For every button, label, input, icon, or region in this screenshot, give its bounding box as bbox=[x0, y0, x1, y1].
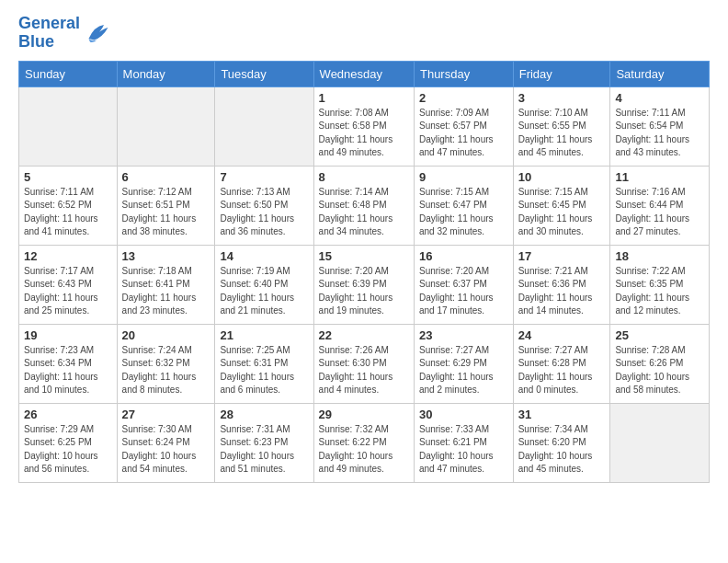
calendar-cell: 31Sunrise: 7:34 AM Sunset: 6:20 PM Dayli… bbox=[513, 403, 610, 482]
logo-bird-icon bbox=[82, 19, 109, 47]
calendar-cell: 21Sunrise: 7:25 AM Sunset: 6:31 PM Dayli… bbox=[215, 324, 313, 403]
day-info: Sunrise: 7:27 AM Sunset: 6:29 PM Dayligh… bbox=[419, 344, 508, 397]
calendar-cell: 15Sunrise: 7:20 AM Sunset: 6:39 PM Dayli… bbox=[313, 245, 414, 324]
calendar-cell: 23Sunrise: 7:27 AM Sunset: 6:29 PM Dayli… bbox=[414, 324, 513, 403]
day-info: Sunrise: 7:20 AM Sunset: 6:37 PM Dayligh… bbox=[419, 265, 508, 318]
calendar-cell bbox=[19, 86, 118, 166]
calendar-cell bbox=[215, 86, 313, 166]
weekday-header-thursday: Thursday bbox=[414, 61, 513, 86]
day-number: 29 bbox=[319, 408, 409, 421]
calendar-cell: 27Sunrise: 7:30 AM Sunset: 6:24 PM Dayli… bbox=[117, 403, 215, 482]
calendar-cell: 25Sunrise: 7:28 AM Sunset: 6:26 PM Dayli… bbox=[610, 324, 710, 403]
calendar-cell: 1Sunrise: 7:08 AM Sunset: 6:58 PM Daylig… bbox=[313, 86, 414, 166]
day-info: Sunrise: 7:15 AM Sunset: 6:45 PM Dayligh… bbox=[518, 186, 606, 239]
calendar-cell: 7Sunrise: 7:13 AM Sunset: 6:50 PM Daylig… bbox=[215, 166, 313, 245]
day-number: 8 bbox=[319, 170, 409, 184]
calendar-cell: 14Sunrise: 7:19 AM Sunset: 6:40 PM Dayli… bbox=[215, 245, 313, 324]
day-number: 12 bbox=[24, 249, 112, 263]
logo-general: General bbox=[18, 14, 80, 32]
day-number: 6 bbox=[122, 170, 210, 184]
day-info: Sunrise: 7:33 AM Sunset: 6:21 PM Dayligh… bbox=[419, 423, 508, 477]
day-info: Sunrise: 7:20 AM Sunset: 6:39 PM Dayligh… bbox=[319, 265, 409, 318]
day-number: 2 bbox=[419, 91, 508, 105]
week-row-1: 5Sunrise: 7:11 AM Sunset: 6:52 PM Daylig… bbox=[19, 166, 710, 245]
week-row-3: 19Sunrise: 7:23 AM Sunset: 6:34 PM Dayli… bbox=[19, 324, 710, 403]
day-number: 19 bbox=[24, 328, 112, 342]
day-info: Sunrise: 7:26 AM Sunset: 6:30 PM Dayligh… bbox=[319, 344, 409, 397]
day-number: 3 bbox=[518, 91, 606, 105]
calendar-cell: 11Sunrise: 7:16 AM Sunset: 6:44 PM Dayli… bbox=[610, 166, 710, 245]
day-info: Sunrise: 7:28 AM Sunset: 6:26 PM Dayligh… bbox=[615, 344, 704, 397]
calendar-cell: 12Sunrise: 7:17 AM Sunset: 6:43 PM Dayli… bbox=[19, 245, 118, 324]
day-number: 16 bbox=[419, 249, 508, 263]
day-number: 22 bbox=[319, 328, 409, 342]
logo-blue-text: Blue bbox=[18, 32, 54, 51]
week-row-0: 1Sunrise: 7:08 AM Sunset: 6:58 PM Daylig… bbox=[19, 86, 710, 166]
day-info: Sunrise: 7:17 AM Sunset: 6:43 PM Dayligh… bbox=[24, 265, 112, 318]
day-number: 15 bbox=[319, 249, 409, 263]
calendar-cell: 28Sunrise: 7:31 AM Sunset: 6:23 PM Dayli… bbox=[215, 403, 313, 482]
weekday-header-saturday: Saturday bbox=[610, 61, 710, 86]
day-info: Sunrise: 7:34 AM Sunset: 6:20 PM Dayligh… bbox=[518, 423, 606, 477]
day-number: 1 bbox=[319, 91, 409, 105]
day-info: Sunrise: 7:19 AM Sunset: 6:40 PM Dayligh… bbox=[220, 265, 308, 318]
day-info: Sunrise: 7:12 AM Sunset: 6:51 PM Dayligh… bbox=[122, 186, 210, 239]
day-number: 5 bbox=[24, 170, 112, 184]
day-number: 18 bbox=[615, 249, 704, 263]
calendar-cell: 16Sunrise: 7:20 AM Sunset: 6:37 PM Dayli… bbox=[414, 245, 513, 324]
day-info: Sunrise: 7:15 AM Sunset: 6:47 PM Dayligh… bbox=[419, 186, 508, 239]
calendar-cell: 13Sunrise: 7:18 AM Sunset: 6:41 PM Dayli… bbox=[117, 245, 215, 324]
day-info: Sunrise: 7:08 AM Sunset: 6:58 PM Dayligh… bbox=[319, 107, 409, 160]
day-number: 23 bbox=[419, 328, 508, 342]
calendar-cell: 30Sunrise: 7:33 AM Sunset: 6:21 PM Dayli… bbox=[414, 403, 513, 482]
calendar-cell: 29Sunrise: 7:32 AM Sunset: 6:22 PM Dayli… bbox=[313, 403, 414, 482]
day-info: Sunrise: 7:18 AM Sunset: 6:41 PM Dayligh… bbox=[122, 265, 210, 318]
logo: General Blue bbox=[18, 15, 109, 52]
day-number: 21 bbox=[220, 328, 308, 342]
day-number: 26 bbox=[24, 408, 112, 421]
calendar-cell: 20Sunrise: 7:24 AM Sunset: 6:32 PM Dayli… bbox=[117, 324, 215, 403]
day-info: Sunrise: 7:11 AM Sunset: 6:54 PM Dayligh… bbox=[615, 107, 704, 160]
day-number: 24 bbox=[518, 328, 606, 342]
day-number: 31 bbox=[518, 408, 606, 421]
calendar-cell: 9Sunrise: 7:15 AM Sunset: 6:47 PM Daylig… bbox=[414, 166, 513, 245]
day-info: Sunrise: 7:16 AM Sunset: 6:44 PM Dayligh… bbox=[615, 186, 704, 239]
day-number: 20 bbox=[122, 328, 210, 342]
week-row-2: 12Sunrise: 7:17 AM Sunset: 6:43 PM Dayli… bbox=[19, 245, 710, 324]
calendar-cell bbox=[610, 403, 710, 482]
calendar-cell: 18Sunrise: 7:22 AM Sunset: 6:35 PM Dayli… bbox=[610, 245, 710, 324]
day-info: Sunrise: 7:10 AM Sunset: 6:55 PM Dayligh… bbox=[518, 107, 606, 160]
weekday-header-tuesday: Tuesday bbox=[215, 61, 313, 86]
day-number: 7 bbox=[220, 170, 308, 184]
day-info: Sunrise: 7:13 AM Sunset: 6:50 PM Dayligh… bbox=[220, 186, 308, 239]
calendar-cell: 2Sunrise: 7:09 AM Sunset: 6:57 PM Daylig… bbox=[414, 86, 513, 166]
day-info: Sunrise: 7:25 AM Sunset: 6:31 PM Dayligh… bbox=[220, 344, 308, 397]
logo-text: General bbox=[18, 15, 80, 33]
header: General Blue bbox=[18, 15, 710, 52]
calendar-cell: 3Sunrise: 7:10 AM Sunset: 6:55 PM Daylig… bbox=[513, 86, 610, 166]
day-info: Sunrise: 7:22 AM Sunset: 6:35 PM Dayligh… bbox=[615, 265, 704, 318]
day-info: Sunrise: 7:21 AM Sunset: 6:36 PM Dayligh… bbox=[518, 265, 606, 318]
calendar-cell: 17Sunrise: 7:21 AM Sunset: 6:36 PM Dayli… bbox=[513, 245, 610, 324]
day-info: Sunrise: 7:24 AM Sunset: 6:32 PM Dayligh… bbox=[122, 344, 210, 397]
weekday-header-monday: Monday bbox=[117, 61, 215, 86]
day-info: Sunrise: 7:31 AM Sunset: 6:23 PM Dayligh… bbox=[220, 423, 308, 477]
day-number: 17 bbox=[518, 249, 606, 263]
calendar-table: SundayMondayTuesdayWednesdayThursdayFrid… bbox=[18, 61, 710, 483]
calendar-cell bbox=[117, 86, 215, 166]
weekday-header-sunday: Sunday bbox=[19, 61, 118, 86]
day-number: 14 bbox=[220, 249, 308, 263]
calendar-cell: 5Sunrise: 7:11 AM Sunset: 6:52 PM Daylig… bbox=[19, 166, 118, 245]
day-number: 4 bbox=[615, 91, 704, 105]
day-info: Sunrise: 7:09 AM Sunset: 6:57 PM Dayligh… bbox=[419, 107, 508, 160]
day-number: 30 bbox=[419, 408, 508, 421]
logo-blue: Blue bbox=[18, 33, 80, 52]
calendar-cell: 6Sunrise: 7:12 AM Sunset: 6:51 PM Daylig… bbox=[117, 166, 215, 245]
day-info: Sunrise: 7:32 AM Sunset: 6:22 PM Dayligh… bbox=[319, 423, 409, 477]
day-number: 10 bbox=[518, 170, 606, 184]
page: General Blue SundayMondayTuesdayWednesda… bbox=[0, 0, 728, 563]
day-number: 27 bbox=[122, 408, 210, 421]
calendar-cell: 4Sunrise: 7:11 AM Sunset: 6:54 PM Daylig… bbox=[610, 86, 710, 166]
day-info: Sunrise: 7:30 AM Sunset: 6:24 PM Dayligh… bbox=[122, 423, 210, 477]
calendar-cell: 10Sunrise: 7:15 AM Sunset: 6:45 PM Dayli… bbox=[513, 166, 610, 245]
